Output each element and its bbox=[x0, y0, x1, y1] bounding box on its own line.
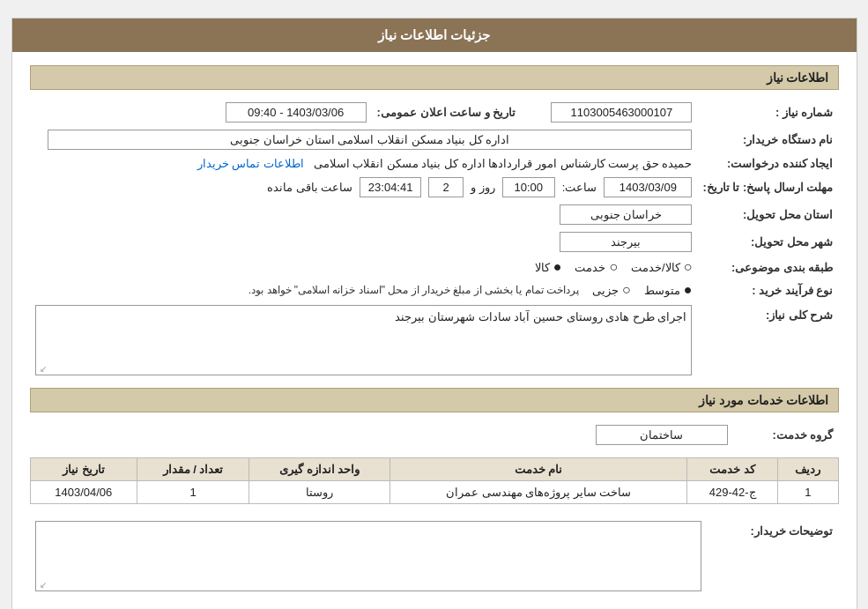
button-row: بازگشت چاپ bbox=[30, 604, 839, 609]
category-option-kala-khadamat[interactable]: ○ کالا/خدمت bbox=[631, 259, 692, 275]
table-row: 1 ج-42-429 ساخت سایر پروژه‌های مهندسی عم… bbox=[30, 481, 838, 504]
col-header-name: نام خدمت bbox=[390, 458, 687, 481]
category-radio-group: ○ کالا/خدمت ○ خدمت ● کالا bbox=[35, 259, 693, 275]
contact-link[interactable]: اطلاعات تماس خریدار bbox=[197, 157, 304, 170]
col-header-quantity: تعداد / مقدار bbox=[137, 458, 249, 481]
purchase-note: پرداخت تمام یا بخشی از مبلغ خریدار از مح… bbox=[249, 284, 579, 296]
col-header-date: تاریخ نیاز bbox=[30, 458, 137, 481]
city-value: بیرجند bbox=[560, 232, 692, 252]
purchase-option-jozi[interactable]: ○ جزیی bbox=[592, 282, 631, 298]
deadline-time: 10:00 bbox=[502, 177, 555, 197]
cell-row-0: 1 bbox=[778, 481, 838, 504]
buyer-desc-label: توضیحات خریدار: bbox=[707, 517, 839, 595]
category-option-kala[interactable]: ● کالا bbox=[535, 259, 562, 275]
deadline-day: 2 bbox=[428, 177, 464, 197]
deadline-day-label: روز و bbox=[471, 181, 495, 194]
creator-value: حمیده حق پرست کارشناس امور قراردادها ادا… bbox=[314, 157, 693, 170]
col-header-unit: واحد اندازه گیری bbox=[249, 458, 390, 481]
resize-handle-2: ↙ bbox=[38, 580, 47, 589]
announce-label: تاریخ و ساعت اعلان عمومی: bbox=[372, 99, 522, 126]
need-number-value: 1103005463000107 bbox=[551, 102, 692, 123]
province-value: خراسان جنوبی bbox=[560, 204, 692, 225]
col-header-code: کد خدمت bbox=[687, 458, 778, 481]
category-option-khadamat[interactable]: ○ خدمت bbox=[575, 259, 618, 275]
buyer-label: نام دستگاه خریدار: bbox=[697, 126, 838, 153]
page-title: جزئیات اطلاعات نیاز bbox=[12, 19, 857, 52]
cell-date-0: 1403/04/06 bbox=[30, 481, 137, 504]
resize-handle: ↙ bbox=[38, 364, 47, 373]
services-table: ردیف کد خدمت نام خدمت واحد اندازه گیری ت… bbox=[30, 457, 839, 504]
creator-label: ایجاد کننده درخواست: bbox=[697, 153, 838, 174]
section2-header: اطلاعات خدمات مورد نیاز bbox=[30, 388, 839, 412]
cell-quantity-0: 1 bbox=[137, 481, 249, 504]
purchase-type-label: نوع فرآیند خرید : bbox=[697, 279, 838, 301]
description-box: اجرای طرح هادی روستای حسین آباد سادات شه… bbox=[35, 305, 693, 375]
province-label: استان محل تحویل: bbox=[697, 201, 838, 228]
col-header-row: ردیف bbox=[778, 458, 838, 481]
purchase-option-motavaset[interactable]: ● متوسط bbox=[644, 282, 693, 298]
announce-value: 1403/03/06 - 09:40 bbox=[226, 102, 367, 123]
section1-header: اطلاعات نیاز bbox=[30, 65, 839, 90]
cell-unit-0: روستا bbox=[249, 481, 390, 504]
buyer-value: اداره کل بنیاد مسکن انقلاب اسلامی استان … bbox=[48, 130, 692, 150]
deadline-remaining: 23:04:41 bbox=[360, 177, 421, 197]
purchase-type-radio-group: ● متوسط ○ جزیی پرداخت تمام یا بخشی از مب… bbox=[35, 282, 693, 298]
buyer-description-box: ↙ bbox=[35, 521, 701, 591]
category-label: طبقه بندی موضوعی: bbox=[697, 256, 838, 279]
description-value: اجرای طرح هادی روستای حسین آباد سادات شه… bbox=[395, 310, 686, 323]
description-label: شرح کلی نیاز: bbox=[697, 301, 838, 379]
deadline-date: 1403/03/09 bbox=[604, 177, 692, 197]
cell-name-0: ساخت سایر پروژه‌های مهندسی عمران bbox=[390, 481, 687, 504]
deadline-remaining-label: ساعت باقی مانده bbox=[267, 181, 352, 194]
city-label: شهر محل تحویل: bbox=[697, 228, 838, 256]
service-group-label: گروه خدمت: bbox=[733, 421, 839, 449]
service-group-value: ساختمان bbox=[596, 425, 728, 445]
deadline-time-label: ساعت: bbox=[562, 181, 597, 194]
need-number-label: شماره نیاز : bbox=[697, 99, 838, 126]
deadline-label: مهلت ارسال پاسخ: تا تاریخ: bbox=[697, 174, 838, 201]
cell-code-0: ج-42-429 bbox=[687, 481, 778, 504]
